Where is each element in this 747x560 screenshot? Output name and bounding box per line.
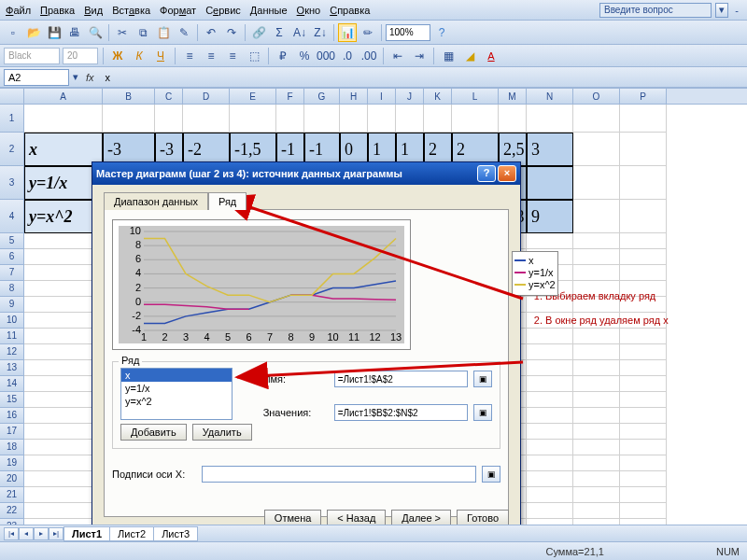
- series-list-item[interactable]: x: [121, 369, 232, 382]
- col-header-D[interactable]: D: [183, 89, 230, 104]
- menu-help[interactable]: Справка: [330, 5, 370, 16]
- copy-icon[interactable]: ⧉: [134, 23, 152, 42]
- row-header[interactable]: 8: [0, 281, 24, 297]
- series-list-item[interactable]: y=1/x: [121, 382, 232, 395]
- font-color-icon[interactable]: A: [482, 47, 500, 65]
- redo-icon[interactable]: ↷: [222, 23, 241, 42]
- select-all-corner[interactable]: [0, 89, 24, 104]
- tab-data-range[interactable]: Диапазон данных: [104, 192, 208, 210]
- chart-wizard-icon[interactable]: 📊: [338, 23, 357, 42]
- menu-file[interactable]: Файл: [6, 5, 31, 16]
- menu-edit[interactable]: Правка: [40, 5, 75, 16]
- series-values-input[interactable]: [334, 404, 468, 421]
- formula-input[interactable]: x: [102, 69, 743, 86]
- col-header-A[interactable]: A: [24, 89, 103, 104]
- autosum-icon[interactable]: Σ: [270, 23, 289, 42]
- undo-icon[interactable]: ↶: [202, 23, 220, 42]
- help-dropdown[interactable]: ▾: [715, 3, 728, 18]
- x-axis-labels-input[interactable]: [202, 466, 476, 483]
- decrease-decimal-icon[interactable]: .00: [359, 47, 378, 65]
- row-header[interactable]: 13: [0, 360, 24, 376]
- italic-icon[interactable]: К: [130, 47, 148, 65]
- ref-button-xaxis[interactable]: ▣: [482, 466, 500, 483]
- borders-icon[interactable]: ▦: [439, 47, 458, 65]
- comma-icon[interactable]: 000: [317, 47, 335, 65]
- hyperlink-icon[interactable]: 🔗: [249, 23, 268, 42]
- align-right-icon[interactable]: ≡: [223, 47, 242, 65]
- series-list-item[interactable]: y=x^2: [121, 395, 232, 408]
- series-name-input[interactable]: [334, 371, 468, 387]
- menu-insert[interactable]: Вставка: [112, 5, 150, 16]
- table-cell[interactable]: 3: [527, 133, 573, 166]
- fontsize-select[interactable]: [63, 48, 98, 64]
- sort-desc-icon[interactable]: Z↓: [311, 23, 330, 42]
- row-header[interactable]: 16: [0, 408, 24, 424]
- col-header-B[interactable]: B: [103, 89, 155, 104]
- row-header[interactable]: 1: [0, 105, 24, 133]
- font-select[interactable]: [4, 48, 60, 64]
- currency-icon[interactable]: ₽: [274, 47, 292, 65]
- add-series-button[interactable]: Добавить: [120, 424, 187, 441]
- print-icon[interactable]: 🖶: [65, 23, 84, 42]
- row-header[interactable]: 7: [0, 265, 24, 281]
- drawing-icon[interactable]: ✏: [359, 23, 377, 42]
- dialog-titlebar[interactable]: Мастер диаграмм (шаг 2 из 4): источник д…: [92, 162, 520, 185]
- sheet-tab-1[interactable]: Лист1: [63, 526, 110, 541]
- percent-icon[interactable]: %: [295, 47, 314, 65]
- col-header-L[interactable]: L: [452, 89, 499, 104]
- col-header-P[interactable]: P: [620, 89, 667, 104]
- row-header[interactable]: 9: [0, 297, 24, 313]
- row-header[interactable]: 5: [0, 233, 24, 249]
- row-header[interactable]: 6: [0, 249, 24, 265]
- row-header[interactable]: 19: [0, 455, 24, 471]
- zoom-select[interactable]: 100%: [386, 24, 430, 41]
- col-header-C[interactable]: C: [155, 89, 183, 104]
- new-icon[interactable]: ▫: [4, 23, 22, 42]
- help-question-input[interactable]: [599, 3, 712, 18]
- dialog-close-button[interactable]: ×: [498, 165, 516, 182]
- menu-window[interactable]: Окно: [297, 5, 321, 16]
- save-icon[interactable]: 💾: [45, 23, 63, 42]
- tab-series[interactable]: Ряд: [208, 192, 247, 210]
- tab-nav-first[interactable]: |◂: [4, 527, 19, 540]
- col-header-F[interactable]: F: [276, 89, 304, 104]
- fx-icon[interactable]: fx: [86, 72, 94, 83]
- row-header[interactable]: 14: [0, 376, 24, 392]
- series-listbox[interactable]: xy=1/xy=x^2: [120, 368, 233, 420]
- sort-asc-icon[interactable]: A↓: [290, 23, 309, 42]
- name-box[interactable]: A2: [4, 69, 69, 86]
- fill-color-icon[interactable]: ◢: [460, 47, 479, 65]
- row-header[interactable]: 10: [0, 313, 24, 329]
- minimize-dash[interactable]: -: [732, 5, 741, 16]
- format-painter-icon[interactable]: ✎: [175, 23, 193, 42]
- bold-icon[interactable]: Ж: [108, 47, 127, 65]
- dialog-help-button[interactable]: ?: [477, 165, 496, 182]
- row-header[interactable]: 12: [0, 344, 24, 360]
- ref-button-values[interactable]: ▣: [473, 404, 492, 421]
- col-header-E[interactable]: E: [230, 89, 276, 104]
- col-header-M[interactable]: M: [499, 89, 527, 104]
- align-left-icon[interactable]: ≡: [180, 47, 199, 65]
- col-header-N[interactable]: N: [527, 89, 573, 104]
- col-header-K[interactable]: K: [424, 89, 452, 104]
- row-header[interactable]: 15: [0, 392, 24, 408]
- delete-series-button[interactable]: Удалить: [192, 424, 252, 441]
- table-cell[interactable]: 9: [527, 200, 573, 233]
- col-header-H[interactable]: H: [340, 89, 368, 104]
- row-header[interactable]: 21: [0, 487, 24, 503]
- row-header[interactable]: 11: [0, 329, 24, 344]
- row-header[interactable]: 20: [0, 471, 24, 487]
- increase-indent-icon[interactable]: ⇥: [410, 47, 429, 65]
- decrease-indent-icon[interactable]: ⇤: [388, 47, 407, 65]
- tab-nav-next[interactable]: ▸: [34, 527, 49, 540]
- col-header-O[interactable]: O: [573, 89, 620, 104]
- tab-nav-last[interactable]: ▸|: [49, 527, 63, 540]
- menu-format[interactable]: Формат: [160, 5, 196, 16]
- cut-icon[interactable]: ✂: [113, 23, 132, 42]
- sheet-tab-2[interactable]: Лист2: [109, 526, 154, 541]
- help-icon[interactable]: ?: [432, 23, 451, 42]
- tab-nav-prev[interactable]: ◂: [19, 527, 34, 540]
- paste-icon[interactable]: 📋: [154, 23, 173, 42]
- col-header-J[interactable]: J: [396, 89, 424, 104]
- open-icon[interactable]: 📂: [24, 23, 43, 42]
